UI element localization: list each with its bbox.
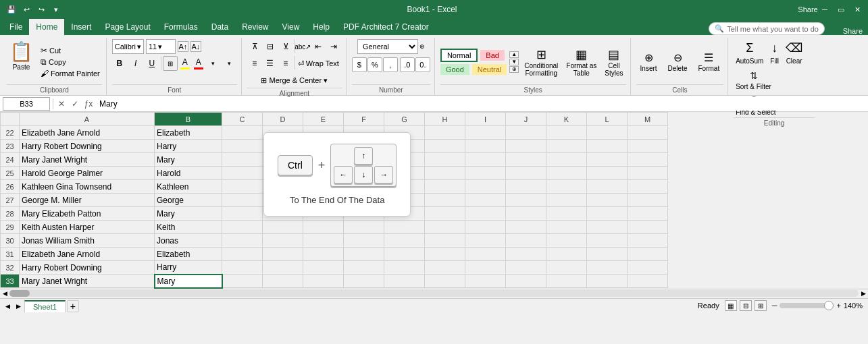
cell-33-c[interactable] [222,275,263,288]
sheet-scroll-left[interactable]: ◀ [3,302,12,311]
scroll-thumb[interactable] [9,290,30,297]
cell-33-j[interactable] [506,275,546,288]
cell-28-j[interactable] [506,207,546,221]
cut-button[interactable]: ✂ Cut [39,45,102,56]
cell-23-l[interactable] [587,140,628,153]
format-button[interactable]: ☰ Format [694,50,723,74]
tell-me-input[interactable]: 🔍 Tell me what you want to do [709,22,825,35]
cell-31-a[interactable]: Elizabeth Jane Arnold [20,248,155,261]
cell-32-b[interactable]: Harry [155,261,222,275]
share-button[interactable]: Share [802,3,814,16]
cell-27-h[interactable] [425,194,465,207]
cell-32-i[interactable] [465,261,506,275]
cell-29-l[interactable] [587,221,628,234]
cell-27-j[interactable] [506,194,546,207]
delete-button[interactable]: ⊖ Delete [664,50,692,74]
cell-29-e[interactable] [303,221,344,234]
tab-review[interactable]: Review [235,19,275,35]
bad-style-box[interactable]: Bad [480,50,505,61]
cell-30-g[interactable] [384,234,425,248]
cell-22-b[interactable]: Elizabeth [155,126,222,140]
normal-view-button[interactable]: ▦ [725,300,737,311]
customize-qat-icon[interactable]: ▾ [50,3,62,16]
row-header-25[interactable]: 25 [1,167,20,180]
col-header-f[interactable]: F [344,113,384,126]
cell-23-j[interactable] [506,140,546,153]
conditional-formatting-button[interactable]: ⊞ ConditionalFormatting [521,46,561,78]
col-header-m[interactable]: M [628,113,668,126]
tab-home[interactable]: Home [29,19,64,35]
cell-25-l[interactable] [587,167,628,180]
row-header-26[interactable]: 26 [1,180,20,194]
cell-29-g[interactable] [384,221,425,234]
cell-27-b[interactable]: George [155,194,222,207]
cell-22-i[interactable] [465,126,506,140]
cell-30-b[interactable]: Jonas [155,234,222,248]
cell-32-g[interactable] [384,261,425,275]
cell-29-m[interactable] [628,221,668,234]
cell-33-b[interactable]: Mary [155,275,222,288]
cell-23-h[interactable] [425,140,465,153]
merge-center-button[interactable]: ⊞ Merge & Center ▾ [258,73,330,88]
cell-22-m[interactable] [628,126,668,140]
cell-31-i[interactable] [465,248,506,261]
cell-25-k[interactable] [546,167,587,180]
paste-button[interactable]: 📋 Paste [7,39,36,84]
text-direction-button[interactable]: abc↗ [295,39,310,54]
cell-33-a[interactable]: Mary Janet Wright [20,275,155,288]
align-right-button[interactable]: ≡ [278,56,293,71]
cell-31-l[interactable] [587,248,628,261]
sort-filter-button[interactable]: ⇅ Sort & Filter [734,69,773,92]
tab-view[interactable]: View [276,19,307,35]
styles-down-arrow[interactable]: ▼ [509,59,519,65]
cell-30-k[interactable] [546,234,587,248]
copy-button[interactable]: ⧉ Copy [39,57,102,67]
good-style-box[interactable]: Good [440,64,469,75]
cell-32-m[interactable] [628,261,668,275]
cell-22-l[interactable] [587,126,628,140]
cell-33-d[interactable] [263,275,303,288]
cell-26-m[interactable] [628,180,668,194]
cell-22-k[interactable] [546,126,587,140]
row-header-28[interactable]: 28 [1,207,20,221]
scroll-right-button[interactable]: ▶ [859,289,868,298]
cell-29-d[interactable] [263,221,303,234]
decimal-decrease-button[interactable]: 0. [415,57,430,72]
clear-button[interactable]: ⌫ Clear [784,39,805,66]
align-top-button[interactable]: ⊼ [247,39,262,54]
cancel-formula-icon[interactable]: ✕ [56,98,67,109]
zoom-slider[interactable] [780,303,834,308]
col-header-a[interactable]: A [20,113,155,126]
formula-input[interactable] [97,97,865,111]
cell-24-c[interactable] [222,153,263,167]
cell-23-m[interactable] [628,140,668,153]
cell-26-h[interactable] [425,180,465,194]
zoom-in-button[interactable]: + [836,302,840,310]
cell-29-k[interactable] [546,221,587,234]
cell-24-k[interactable] [546,153,587,167]
font-grow-button[interactable]: A↑ [178,41,188,52]
cell-30-d[interactable] [263,234,303,248]
cell-26-i[interactable] [465,180,506,194]
horizontal-scrollbar[interactable]: ◀ ▶ [0,289,868,298]
cell-33-l[interactable] [587,275,628,288]
cell-23-k[interactable] [546,140,587,153]
row-header-27[interactable]: 27 [1,194,20,207]
align-left-button[interactable]: ≡ [247,56,262,71]
cell-30-l[interactable] [587,234,628,248]
cell-30-a[interactable]: Jonas William Smith [20,234,155,248]
font-color-dropdown-icon[interactable]: ▾ [222,56,237,71]
cell-24-a[interactable]: Mary Janet Wright [20,153,155,167]
cell-styles-button[interactable]: ▤ CellStyles [602,46,626,78]
cell-26-a[interactable]: Kathleen Gina Townsend [20,180,155,194]
cell-28-h[interactable] [425,207,465,221]
cell-31-c[interactable] [222,248,263,261]
cell-23-i[interactable] [465,140,506,153]
bold-button[interactable]: B [112,56,127,71]
cell-29-c[interactable] [222,221,263,234]
number-format-dialog-icon[interactable]: ⊕ [419,43,425,50]
percent-button[interactable]: % [367,57,382,72]
cell-29-a[interactable]: Keith Austen Harper [20,221,155,234]
col-header-e[interactable]: E [303,113,344,126]
add-sheet-button[interactable]: + [67,300,79,312]
